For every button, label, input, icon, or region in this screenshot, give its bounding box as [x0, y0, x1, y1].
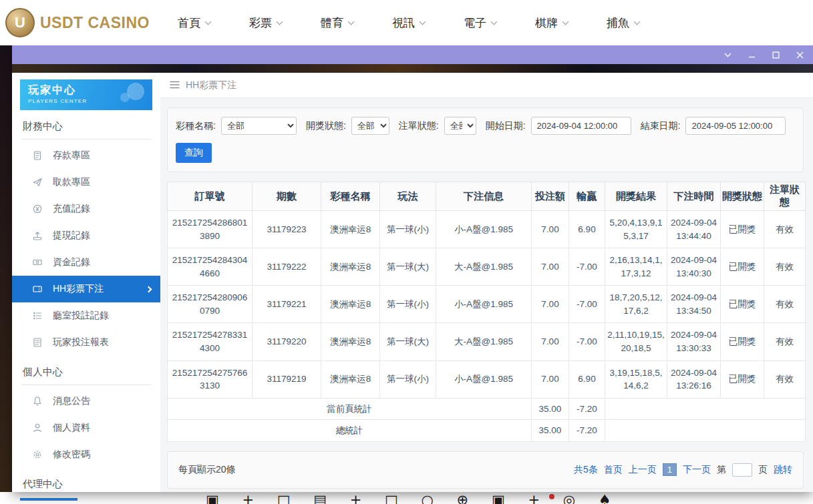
sidebar-item-label: 修改密碼: [53, 449, 90, 461]
total-summary-label: 總統計: [168, 420, 532, 442]
bet-info-cell: 大-A盤@1.985: [436, 323, 532, 360]
lottery-cell: 澳洲幸运8: [321, 211, 380, 248]
nav-item-fishing[interactable]: 捕魚: [607, 15, 639, 31]
gear-icon: [32, 449, 43, 460]
sidebar-item-label: 存款專區: [53, 150, 90, 162]
table-row: 2152172542868013890 31179223 澳洲幸运8 第一球(小…: [168, 211, 806, 248]
section-personal-center: 個人中心: [21, 366, 151, 385]
window-close-button[interactable]: [794, 49, 805, 60]
sidebar-item-label: 玩家投注報表: [53, 336, 109, 348]
banknote-icon: [32, 257, 43, 268]
bell-icon: [32, 396, 43, 407]
result-cell: 3,19,15,18,5,14,6,2: [605, 360, 667, 398]
order-no-cell: 2152172542868013890: [168, 211, 253, 248]
sidebar-item-announcements[interactable]: 消息公告: [12, 388, 160, 415]
sidebar-item-label: 提現記錄: [53, 230, 90, 242]
bet-time-cell: 2024-09-04 13:30:33: [667, 323, 721, 360]
total-summary-row: 總統計 35.00 -7.20: [168, 420, 806, 442]
lottery-cell: 澳洲幸运8: [321, 360, 380, 398]
sidebar-item-profile[interactable]: 個人資料: [12, 415, 160, 441]
winloss-cell: -7.00: [569, 286, 605, 323]
bet-info-cell: 小-A盤@1.985: [436, 211, 532, 248]
table-row: 2152172542783314300 31179220 澳洲幸运8 第一球(大…: [168, 323, 806, 360]
chevron-down-icon: [205, 18, 212, 25]
winloss-cell: -7.00: [569, 248, 605, 286]
nav-label: 視訊: [392, 15, 415, 31]
period-cell: 31179219: [253, 360, 321, 398]
bet-amount-cell: 7.00: [532, 211, 569, 248]
table-row: 2152172542757663130 31179219 澳洲幸运8 第一球(小…: [168, 360, 806, 398]
page-summary-row: 當前頁統計 35.00 -7.20: [168, 398, 806, 420]
jump-button[interactable]: 跳转: [774, 464, 792, 476]
site-top-nav: U USDT CASINO 首頁 彩票 體育 視訊 電子 棋牌 捕魚: [0, 0, 813, 45]
start-date-input[interactable]: [531, 117, 631, 135]
bet-amount-cell: 7.00: [532, 360, 569, 398]
end-date-label: 結束日期:: [641, 120, 681, 132]
sidebar-item-withdraw[interactable]: 取款專區: [12, 169, 160, 196]
pagination-bar: 每頁顯示20條 共5条 首页 上一页 1 下一页 第 页 跳转: [167, 451, 804, 489]
jump-page-input[interactable]: [732, 463, 752, 477]
main-content: HH彩票下注 彩種名稱: 全部 開獎狀態: 全部 注單狀態: 全部 開始日期: …: [160, 73, 813, 492]
window-titlebar: [12, 45, 813, 64]
window-minimize-button[interactable]: [746, 49, 757, 60]
jump-prefix-text: 第: [717, 464, 726, 476]
nav-item-live[interactable]: 視訊: [392, 15, 425, 31]
first-page-link[interactable]: 首页: [604, 464, 623, 476]
order-status-select[interactable]: 全部: [444, 117, 476, 135]
lottery-cell: 澳洲幸运8: [321, 286, 380, 323]
coin-logo-icon: U: [5, 8, 35, 37]
site-logo[interactable]: U USDT CASINO: [5, 8, 178, 37]
play-cell: 第一球(小): [380, 360, 436, 398]
lottery-name-select[interactable]: 全部: [221, 117, 297, 135]
sidebar-item-withdrawal-records[interactable]: 提現記錄: [12, 222, 160, 249]
main-menu: 首頁 彩票 體育 視訊 電子 棋牌 捕魚: [178, 15, 639, 31]
table-header-row: 訂單號 期數 彩種名稱 玩法 下注信息 投注額 輸贏 開獎結果 下注時間 開獎狀…: [168, 182, 806, 211]
players-center-header: 玩家中心 PLAYERS CENTER: [20, 79, 152, 110]
winloss-cell: 6.90: [569, 211, 605, 248]
window-collapse-button[interactable]: [722, 49, 733, 60]
sidebar-item-player-bet-report[interactable]: 玩家投注報表: [12, 329, 160, 356]
bet-info-cell: 小-A盤@1.985: [436, 360, 532, 398]
sidebar-item-hall-bet-records[interactable]: 廳室投註記錄: [12, 302, 160, 329]
page-summary-empty: [605, 398, 806, 420]
next-page-link[interactable]: 下一页: [683, 464, 711, 476]
chevron-down-icon: [562, 18, 569, 25]
bets-table: 訂單號 期數 彩種名稱 玩法 下注信息 投注額 輸贏 開獎結果 下注時間 開獎狀…: [167, 182, 806, 442]
sidebar-item-recharge-records[interactable]: 充值記錄: [12, 196, 160, 222]
search-button[interactable]: 查詢: [176, 143, 212, 163]
nav-item-sports[interactable]: 體育: [321, 15, 353, 31]
sidebar-item-hh-lottery-bets[interactable]: HH彩票下注: [12, 276, 160, 302]
total-summary-bet: 35.00: [532, 420, 569, 442]
nav-label: 棋牌: [535, 15, 558, 31]
draw-status-cell: 已開獎: [721, 286, 764, 323]
order-no-cell: 2152172542757663130: [168, 360, 253, 398]
draw-status-cell: 已開獎: [721, 323, 764, 360]
sidebar-item-label: 消息公告: [53, 395, 90, 407]
nav-item-lottery[interactable]: 彩票: [249, 15, 282, 31]
chevron-down-icon: [348, 18, 355, 25]
sidebar-item-fund-records[interactable]: 資金記錄: [12, 249, 160, 276]
nav-item-slots[interactable]: 電子: [464, 15, 496, 31]
blue-indicator-line: [20, 498, 77, 501]
nav-label: 捕魚: [607, 15, 629, 31]
sidebar-item-deposit[interactable]: 存款專區: [12, 142, 160, 169]
draw-status-select[interactable]: 全部: [351, 117, 389, 135]
hamburger-icon[interactable]: [170, 80, 180, 91]
bet-time-cell: 2024-09-04 13:44:40: [667, 211, 721, 248]
nav-item-cards[interactable]: 棋牌: [535, 15, 568, 31]
draw-status-cell: 已開獎: [721, 248, 764, 286]
result-cell: 18,7,20,5,12,17,6,2: [605, 286, 667, 323]
end-date-input[interactable]: [685, 117, 786, 135]
chevron-down-icon: [277, 18, 283, 25]
order-no-cell: 2152172542843044660: [168, 248, 253, 286]
footer-partial-icons: ▣ + □ ▤ + □ ○ ⊕ ▣ + ◎ ♠: [206, 492, 621, 504]
current-page-indicator[interactable]: 1: [663, 463, 677, 476]
start-date-label: 開始日期:: [486, 120, 526, 132]
prev-page-link[interactable]: 上一页: [629, 464, 657, 476]
sidebar-item-change-password[interactable]: 修改密碼: [12, 441, 160, 468]
winloss-cell: -7.00: [569, 323, 605, 360]
window-maximize-button[interactable]: [770, 49, 781, 60]
period-cell: 31179221: [253, 286, 321, 323]
nav-item-home[interactable]: 首頁: [178, 15, 210, 31]
period-cell: 31179223: [253, 211, 321, 248]
